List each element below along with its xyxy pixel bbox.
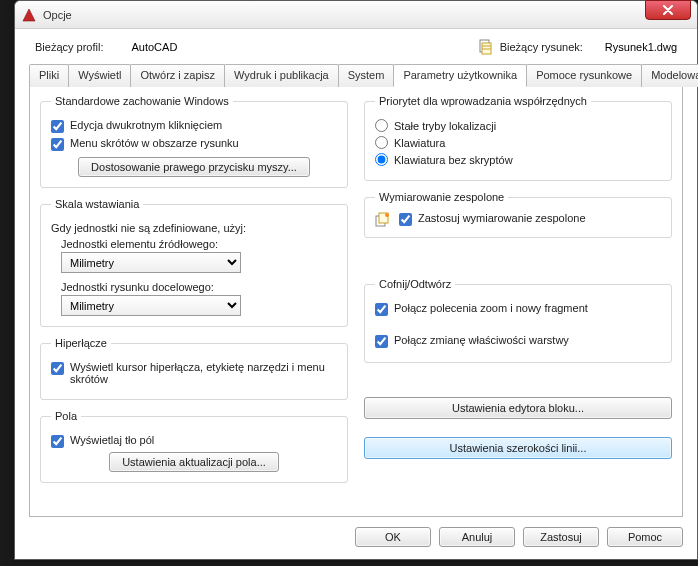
chk-combine-layer-label: Połącz zmianę właściwości warstwy (394, 334, 569, 346)
dialog-footer: OK Anuluj Zastosuj Pomoc (15, 517, 697, 559)
tabstrip: Pliki Wyświetl Otwórz i zapisz Wydruk i … (29, 63, 683, 87)
rad-keyboard-noscript[interactable]: Klawiatura bez skryptów (375, 153, 661, 166)
right-column: Priorytet dla wprowadzania współrzędnych… (364, 95, 672, 504)
window-title: Opcje (43, 9, 72, 21)
tab-display[interactable]: Wyświetl (68, 64, 131, 87)
chk-field-bg-input[interactable] (51, 435, 64, 448)
chk-combine-zoom-label: Połącz polecenia zoom i nowy fragment (394, 302, 588, 314)
titlebar[interactable]: Opcje (15, 1, 697, 29)
chk-field-bg[interactable]: Wyświetlaj tło pól (51, 434, 337, 448)
rad-osnap-input[interactable] (375, 119, 388, 132)
tab-open-save[interactable]: Otwórz i zapisz (130, 64, 225, 87)
ok-button[interactable]: OK (355, 527, 431, 547)
dst-units-label: Jednostki rysunku docelowego: (61, 281, 337, 293)
group-windows-behavior: Standardowe zachowanie Windows Edycja dw… (40, 95, 348, 188)
legend-windows-behavior: Standardowe zachowanie Windows (51, 95, 233, 107)
chk-field-bg-label: Wyświetlaj tło pól (70, 434, 154, 446)
profile-value: AutoCAD (131, 41, 177, 53)
chk-hyperlink-cursor[interactable]: Wyświetl kursor hiperłącza, etykietę nar… (51, 361, 337, 385)
legend-fields: Pola (51, 410, 81, 422)
tab-files[interactable]: Pliki (29, 64, 69, 87)
lineweight-settings-button[interactable]: Ustawienia szerokości linii... (364, 437, 672, 459)
group-assoc-dim: Wymiarowanie zespolone Zastosuj wymiarow… (364, 191, 672, 238)
rad-osnap-label: Stałe tryby lokalizacji (394, 120, 496, 132)
group-insert-scale: Skala wstawiania Gdy jednostki nie są zd… (40, 198, 348, 327)
legend-hyperlink: Hiperłącze (51, 337, 111, 349)
app-icon (21, 7, 37, 23)
chk-dblclick-edit[interactable]: Edycja dwukrotnym kliknięciem (51, 119, 337, 133)
chk-assoc-dim-label: Zastosuj wymiarowanie zespolone (418, 212, 586, 224)
chk-assoc-dim[interactable]: Zastosuj wymiarowanie zespolone (399, 212, 586, 226)
chk-shortcut-menu-label: Menu skrótów w obszarze rysunku (70, 137, 239, 149)
rad-keyboard-input[interactable] (375, 136, 388, 149)
chk-shortcut-menu[interactable]: Menu skrótów w obszarze rysunku (51, 137, 337, 151)
close-button[interactable] (645, 0, 691, 20)
legend-insert-scale: Skala wstawiania (51, 198, 143, 210)
drawing-icon (478, 39, 494, 55)
field-update-settings-button[interactable]: Ustawienia aktualizacji pola... (109, 452, 279, 472)
tab-drafting[interactable]: Pomoce rysunkowe (526, 64, 642, 87)
scale-hint: Gdy jednostki nie są zdefiniowane, użyj: (51, 222, 337, 234)
chk-combine-zoom-input[interactable] (375, 303, 388, 316)
header-line: Bieżący profil: AutoCAD Bieżący rysunek:… (29, 37, 683, 63)
svg-point-4 (385, 213, 389, 217)
chk-dblclick-edit-input[interactable] (51, 120, 64, 133)
group-hyperlink: Hiperłącze Wyświetl kursor hiperłącza, e… (40, 337, 348, 400)
rad-keyboard-label: Klawiatura (394, 137, 445, 149)
left-column: Standardowe zachowanie Windows Edycja dw… (40, 95, 348, 504)
chk-hyperlink-cursor-label: Wyświetl kursor hiperłącza, etykietę nar… (70, 361, 337, 385)
block-editor-settings-button[interactable]: Ustawienia edytora bloku... (364, 397, 672, 419)
right-click-customize-button[interactable]: Dostosowanie prawego przycisku myszy... (78, 157, 310, 177)
rad-keyboard-noscript-input[interactable] (375, 153, 388, 166)
dst-units-select[interactable]: Milimetry (61, 295, 241, 316)
drawing-stack-icon (375, 211, 391, 227)
group-undo-redo: Cofnij/Odtwórz Połącz polecenia zoom i n… (364, 278, 672, 363)
src-units-select[interactable]: Milimetry (61, 252, 241, 273)
chk-combine-layer-input[interactable] (375, 335, 388, 348)
help-button[interactable]: Pomoc (607, 527, 683, 547)
rad-keyboard-noscript-label: Klawiatura bez skryptów (394, 154, 513, 166)
apply-button[interactable]: Zastosuj (523, 527, 599, 547)
tab-modeling[interactable]: Modelowan (641, 64, 698, 87)
drawing-label: Bieżący rysunek: (500, 41, 583, 53)
group-coord-priority: Priorytet dla wprowadzania współrzędnych… (364, 95, 672, 181)
legend-coord-priority: Priorytet dla wprowadzania współrzędnych (375, 95, 591, 107)
chk-hyperlink-cursor-input[interactable] (51, 362, 64, 375)
chk-combine-layer[interactable]: Połącz zmianę właściwości warstwy (375, 334, 661, 348)
profile-label: Bieżący profil: (35, 41, 103, 53)
cancel-button[interactable]: Anuluj (439, 527, 515, 547)
rad-osnap[interactable]: Stałe tryby lokalizacji (375, 119, 661, 132)
chk-assoc-dim-input[interactable] (399, 213, 412, 226)
options-dialog: Opcje Bieżący profil: AutoCAD Bieżący ry… (14, 0, 698, 560)
tab-plot[interactable]: Wydruk i publikacja (224, 64, 339, 87)
tab-panel: Standardowe zachowanie Windows Edycja dw… (29, 87, 683, 517)
rad-keyboard[interactable]: Klawiatura (375, 136, 661, 149)
chk-combine-zoom[interactable]: Połącz polecenia zoom i nowy fragment (375, 302, 661, 316)
chk-shortcut-menu-input[interactable] (51, 138, 64, 151)
chk-dblclick-edit-label: Edycja dwukrotnym kliknięciem (70, 119, 222, 131)
tab-system[interactable]: System (338, 64, 395, 87)
legend-undo-redo: Cofnij/Odtwórz (375, 278, 455, 290)
legend-assoc-dim: Wymiarowanie zespolone (375, 191, 508, 203)
src-units-label: Jednostki elementu źródłowego: (61, 238, 337, 250)
drawing-value: Rysunek1.dwg (605, 41, 677, 53)
tab-user-prefs[interactable]: Parametry użytkownika (393, 64, 527, 87)
group-fields: Pola Wyświetlaj tło pól Ustawienia aktua… (40, 410, 348, 483)
